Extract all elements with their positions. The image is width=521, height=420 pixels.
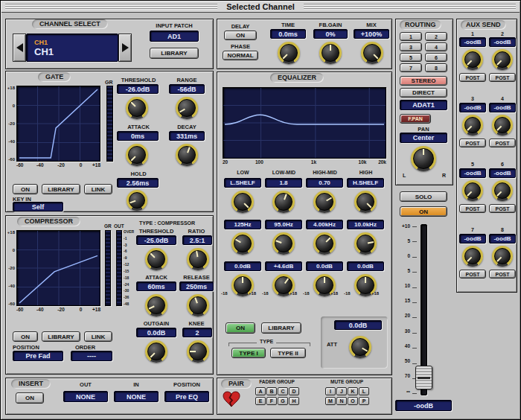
delay-fbgain-knob[interactable] — [319, 42, 342, 64]
routing-bus-7-button[interactable]: 7 — [400, 63, 422, 72]
comp-outgain-knob[interactable] — [145, 340, 167, 363]
gate-on-button[interactable]: ON — [13, 184, 38, 194]
eq-highmid-f-knob[interactable] — [313, 232, 336, 255]
aux-6-knob[interactable] — [492, 180, 513, 201]
routing-bus-4-button[interactable]: 4 — [425, 42, 447, 51]
mute-group-o-button[interactable]: O — [348, 397, 358, 405]
mute-group-m-button[interactable]: M — [325, 397, 336, 405]
aux-7-post-button[interactable]: POST — [459, 270, 486, 279]
eq-on-button[interactable]: ON — [226, 322, 255, 334]
fader-group-e-button[interactable]: E — [255, 397, 266, 405]
fader-scale-label: 70 — [405, 374, 410, 379]
aux-6-post-button[interactable]: POST — [489, 204, 516, 213]
eq-type1-button[interactable]: TYPE I — [231, 348, 266, 358]
comp-position-value[interactable]: Pre Fad — [13, 351, 63, 361]
mute-group-p-button[interactable]: P — [359, 397, 369, 405]
title-bar[interactable]: Selected Channel — [1, 1, 520, 13]
mute-group-i-button[interactable]: I — [325, 387, 336, 395]
routing-bus-5-button[interactable]: 5 — [400, 53, 422, 62]
comp-release-knob[interactable] — [187, 294, 209, 316]
mute-group-j-button[interactable]: J — [336, 387, 347, 395]
channel-on-button[interactable]: ON — [400, 206, 447, 217]
routing-direct-dest[interactable]: ADAT1 — [400, 100, 447, 110]
eq-lowmid-q-knob[interactable] — [272, 191, 295, 213]
aux-2-number: 2 — [489, 31, 516, 36]
aux-4-knob[interactable] — [492, 115, 513, 136]
aux-2-post-button[interactable]: POST — [489, 73, 516, 82]
solo-button[interactable]: SOLO — [400, 191, 447, 202]
fader-group-g-button[interactable]: G — [278, 397, 288, 405]
aux-7-knob[interactable] — [462, 246, 483, 267]
follow-pan-button[interactable]: F.PAN — [400, 114, 431, 124]
comp-library-button[interactable]: LIBRARY — [42, 331, 80, 342]
comp-on-button[interactable]: ON — [13, 331, 38, 342]
routing-bus-8-button[interactable]: 8 — [425, 63, 447, 72]
insert-in-value[interactable]: NONE — [114, 391, 159, 402]
channel-prev-button[interactable] — [13, 34, 26, 62]
insert-out-value[interactable]: NONE — [63, 391, 108, 402]
eq-low-q-knob[interactable] — [231, 191, 254, 213]
gate-link-button[interactable]: LINK — [84, 184, 112, 194]
channel-next-button[interactable] — [118, 34, 132, 62]
delay-time-knob[interactable] — [278, 42, 300, 64]
fader-group-f-button[interactable]: F — [266, 397, 277, 405]
aux-5-post-button[interactable]: POST — [459, 204, 486, 213]
eq-low-f-knob[interactable] — [231, 232, 254, 255]
aux-5-knob[interactable] — [462, 180, 483, 201]
routing-bus-1-button[interactable]: 1 — [400, 32, 422, 41]
gate-attack-knob[interactable] — [126, 144, 148, 166]
routing-bus-6-button[interactable]: 6 — [425, 53, 447, 62]
eq-high-q-knob[interactable] — [354, 191, 377, 213]
eq-library-button[interactable]: LIBRARY — [261, 322, 301, 334]
mute-group-n-button[interactable]: N — [336, 397, 347, 405]
fader-group-h-button[interactable]: H — [289, 397, 299, 405]
pan-knob[interactable] — [411, 146, 436, 171]
routing-bus-2-button[interactable]: 2 — [425, 32, 447, 41]
phase-normal-button[interactable]: NORMAL — [223, 51, 258, 60]
aux-8-post-button[interactable]: POST — [489, 270, 516, 279]
aux-1-number: 1 — [459, 31, 486, 36]
comp-order-value[interactable]: ---- — [71, 351, 112, 361]
comp-threshold-knob[interactable] — [145, 248, 167, 270]
delay-on-button[interactable]: ON — [224, 31, 257, 40]
eq-high-f-knob[interactable] — [354, 232, 377, 255]
eq-highmid-q-knob[interactable] — [313, 191, 336, 213]
aux-3-knob[interactable] — [462, 115, 483, 136]
comp-link-button[interactable]: LINK — [84, 331, 112, 342]
fader-group-c-button[interactable]: C — [278, 387, 288, 395]
aux-2-knob[interactable] — [492, 49, 513, 70]
fader-handle[interactable] — [415, 366, 432, 389]
input-patch-value[interactable]: AD1 — [150, 31, 199, 42]
insert-on-button[interactable]: ON — [16, 392, 44, 404]
comp-ratio-knob[interactable] — [187, 248, 209, 270]
gate-hold-knob[interactable] — [127, 190, 147, 211]
insert-position-label: POSITION — [164, 382, 209, 388]
gate-threshold-knob[interactable] — [126, 97, 148, 119]
routing-direct-button[interactable]: DIRECT — [400, 88, 447, 98]
aux-1-knob[interactable] — [462, 49, 483, 70]
comp-knee-knob[interactable] — [187, 340, 209, 363]
routing-stereo-button[interactable]: STEREO — [400, 76, 447, 86]
gate-range-knob[interactable] — [176, 97, 198, 119]
gate-keyin-value[interactable]: Self — [13, 202, 63, 211]
insert-position-value[interactable]: Pre EQ — [164, 391, 209, 402]
aux-8-knob[interactable] — [492, 246, 513, 267]
aux-1-post-button[interactable]: POST — [459, 73, 486, 82]
input-patch-library-button[interactable]: LIBRARY — [150, 48, 199, 59]
aux-3-post-button[interactable]: POST — [459, 139, 486, 147]
fader-group-b-button[interactable]: B — [266, 387, 277, 395]
routing-bus-3-button[interactable]: 3 — [400, 42, 422, 51]
mute-group-l-button[interactable]: L — [359, 387, 369, 395]
gate-decay-knob[interactable] — [176, 144, 198, 166]
fader-group-a-button[interactable]: A — [255, 387, 266, 395]
meter-scale-label: -1 — [124, 237, 127, 241]
comp-attack-knob[interactable] — [145, 294, 167, 316]
gate-library-button[interactable]: LIBRARY — [42, 184, 80, 194]
aux-4-post-button[interactable]: POST — [489, 139, 516, 147]
eq-type2-button[interactable]: TYPE II — [270, 348, 306, 358]
eq-att-knob[interactable] — [349, 336, 371, 358]
fader-group-d-button[interactable]: D — [289, 387, 299, 395]
delay-mix-knob[interactable] — [361, 42, 383, 64]
eq-lowmid-f-knob[interactable] — [272, 232, 295, 255]
mute-group-k-button[interactable]: K — [348, 387, 358, 395]
